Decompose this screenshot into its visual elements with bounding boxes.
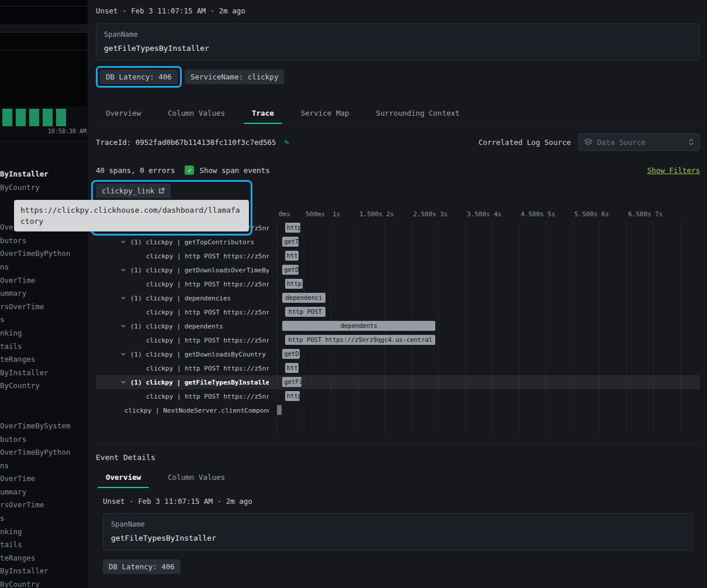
span-timeline: getD	[269, 263, 700, 277]
sidebar-item-tails[interactable]: tails	[0, 340, 88, 354]
trace-row-clickpy-nextnodeserver-clientcompone[interactable]: clickpy | NextNodeServer.clientCompone	[96, 403, 700, 417]
show-span-events-label: Show span events	[199, 166, 269, 175]
time-tick-5-500s: 5.500s	[574, 209, 598, 219]
span-timeline	[269, 403, 700, 417]
edit-icon[interactable]: ✎	[285, 137, 289, 147]
sidebar-item-overtime[interactable]: OverTime	[0, 274, 88, 288]
chevron-down-icon[interactable]	[120, 351, 126, 357]
sidebar-item-rsovertime[interactable]: rsOverTime	[0, 499, 88, 512]
chevron-down-icon[interactable]	[120, 323, 126, 329]
data-source-placeholder: Data Source	[597, 138, 684, 147]
tab-trace[interactable]: Trace	[242, 102, 284, 123]
span-label[interactable]: clickpy | http POST https://z5nrz	[96, 253, 269, 260]
trace-row-1-clickpy-dependents[interactable]: (1) clickpy | dependentsdependents	[96, 319, 700, 333]
db-latency-badge[interactable]: DB Latency: 406	[100, 70, 178, 84]
sidebar-item-overtime[interactable]: OverTime	[0, 472, 88, 486]
sidebar-item-teranges[interactable]: teRanges	[0, 353, 88, 366]
span-bar[interactable]: getD	[282, 349, 299, 359]
chevron-down-icon[interactable]	[120, 295, 126, 301]
sidebar-item-s[interactable]: s	[0, 512, 88, 525]
span-label[interactable]: clickpy | http POST https://z5nrz	[96, 393, 269, 400]
check-icon: ✓	[188, 167, 192, 174]
span-bar[interactable]: http	[285, 223, 300, 233]
span-label[interactable]: (1) clickpy | getDownloadsByCountry	[96, 351, 269, 358]
tab-surrounding-context[interactable]: Surrounding Context	[366, 102, 470, 123]
trace-row-clickpy-http-post-https-z5nrz[interactable]: clickpy | http POST https://z5nrzhttp PO…	[96, 333, 700, 347]
sidebar-item-bycountry[interactable]: ByCountry	[0, 181, 88, 195]
sidebar-item-ns[interactable]: ns	[0, 261, 88, 274]
sidebar-item-bycountry[interactable]: ByCountry	[0, 379, 88, 393]
tab-service-map[interactable]: Service Map	[291, 102, 359, 123]
trace-row-1-clickpy-getdownloadsbycountry[interactable]: (1) clickpy | getDownloadsByCountrygetD	[96, 347, 700, 361]
span-label[interactable]: (1) clickpy | dependents	[96, 323, 269, 330]
span-label[interactable]: (1) clickpy | getTopContributors	[96, 238, 269, 246]
span-bar[interactable]: htt	[285, 251, 299, 261]
show-span-events-checkbox[interactable]: ✓	[185, 165, 194, 175]
span-label[interactable]: clickpy | http POST https://z5nrz	[96, 309, 269, 316]
link-chip-row: clickpy_link	[96, 184, 700, 198]
sidebar-item-byinstaller[interactable]: ByInstaller	[0, 168, 88, 181]
span-bar[interactable]: http POST	[285, 307, 325, 317]
span-label[interactable]: (1) clickpy | getFileTypesByInstaller	[96, 379, 269, 386]
event-details-content: Unset · Feb 3 11:07:15 AM · 2m ago SpanN…	[96, 496, 700, 574]
tab-overview[interactable]: Overview	[96, 102, 151, 123]
correlated-log-source-label: Correlated Log Source	[479, 138, 571, 147]
sidebar-item-ummary[interactable]: ummary	[0, 287, 88, 300]
trace-row-clickpy-http-post-https-z5nrz[interactable]: clickpy | http POST https://z5nrzhtt	[96, 361, 700, 375]
span-label[interactable]: clickpy | http POST https://z5nrz	[96, 337, 269, 344]
clickpy-link-button[interactable]: clickpy_link	[96, 184, 171, 198]
span-bar[interactable]: htt	[285, 363, 299, 373]
event-tab-column-values[interactable]: Column Values	[158, 466, 235, 487]
span-label[interactable]: (1) clickpy | dependencies	[96, 295, 269, 302]
trace-row-1-clickpy-dependencies[interactable]: (1) clickpy | dependenciesdependenci	[96, 291, 700, 305]
sidebar-item-butors[interactable]: butors	[0, 234, 88, 248]
sidebar-item-s[interactable]: s	[0, 313, 88, 327]
sidebar-item-ummary[interactable]: ummary	[0, 486, 88, 499]
span-name-card-bottom: SpanName getFileTypesByInstaller	[103, 513, 693, 551]
service-name-badge[interactable]: ServiceName: clickpy	[185, 70, 285, 84]
sidebar-item-overtimebypython[interactable]: OverTimeByPython	[0, 446, 88, 459]
span-label[interactable]: (1) clickpy | getDownloadsOverTimeByS	[96, 267, 269, 274]
data-source-select[interactable]: Data Source	[578, 133, 700, 151]
span-bar[interactable]: dependents	[282, 321, 435, 331]
span-bar[interactable]: http	[285, 279, 303, 289]
sidebar-item-overtimebysystem[interactable]: OverTimeBySystem	[0, 420, 88, 433]
span-bar[interactable]: getFi	[282, 377, 301, 387]
trace-row-clickpy-http-post-https-z5nrz[interactable]: clickpy | http POST https://z5nrzhtt	[96, 249, 700, 263]
chevron-down-icon[interactable]	[120, 239, 126, 245]
sidebar-item-tails[interactable]: tails	[0, 538, 88, 552]
sidebar-item-byinstaller[interactable]: ByInstaller	[0, 565, 88, 578]
tab-column-values[interactable]: Column Values	[158, 102, 235, 123]
sidebar-item-nking[interactable]: nking	[0, 525, 88, 539]
span-bar[interactable]: getD	[282, 265, 299, 275]
sidebar-item-overtimebypython[interactable]: OverTimeByPython	[0, 247, 88, 261]
trace-row-1-clickpy-getfiletypesbyinstaller[interactable]: (1) clickpy | getFileTypesByInstallerget…	[96, 375, 700, 389]
sidebar-item-teranges[interactable]: teRanges	[0, 552, 88, 565]
trace-row-clickpy-http-post-https-z5nrz[interactable]: clickpy | http POST https://z5nrzhttp PO…	[96, 305, 700, 319]
span-bar[interactable]	[277, 405, 282, 415]
span-label[interactable]: clickpy | NextNodeServer.clientCompone	[96, 407, 269, 414]
show-filters-link[interactable]: Show Filters	[647, 166, 700, 175]
span-label-text: (1) clickpy | dependents	[130, 323, 223, 330]
db-latency-badge-bottom[interactable]: DB Latency: 406	[103, 559, 181, 574]
span-bar[interactable]: http	[285, 391, 300, 401]
trace-row-1-clickpy-getdownloadsovertimebys[interactable]: (1) clickpy | getDownloadsOverTimeBySget…	[96, 263, 700, 277]
sidebar-item-butors[interactable]: butors	[0, 433, 88, 447]
chevron-down-icon[interactable]	[120, 267, 126, 273]
event-tab-overview[interactable]: Overview	[96, 466, 151, 487]
sidebar-item-byinstaller[interactable]: ByInstaller	[0, 366, 88, 380]
trace-row-clickpy-http-post-https-z5nrz[interactable]: clickpy | http POST https://z5nrzhttp	[96, 389, 700, 403]
span-bar[interactable]: dependenci	[282, 293, 325, 303]
sidebar-item-nking[interactable]: nking	[0, 327, 88, 340]
span-label[interactable]: clickpy | http POST https://z5nrz	[96, 281, 269, 288]
sidebar-item-rsovertime[interactable]: rsOverTime	[0, 300, 88, 314]
sidebar-item-bycountry[interactable]: ByCountry	[0, 578, 88, 588]
span-bar[interactable]: http POST https://z5nrz9qgc4.us-central	[285, 335, 436, 345]
sidebar-item-ns[interactable]: ns	[0, 459, 88, 473]
sidebar-top-panel	[0, 0, 88, 106]
trace-row-1-clickpy-gettopcontributors[interactable]: (1) clickpy | getTopContributorsgetT	[96, 235, 700, 249]
span-bar[interactable]: getT	[282, 237, 299, 247]
trace-row-clickpy-http-post-https-z5nrz[interactable]: clickpy | http POST https://z5nrzhttp	[96, 277, 700, 291]
chevron-down-icon[interactable]	[120, 379, 126, 385]
span-label[interactable]: clickpy | http POST https://z5nrz	[96, 365, 269, 372]
